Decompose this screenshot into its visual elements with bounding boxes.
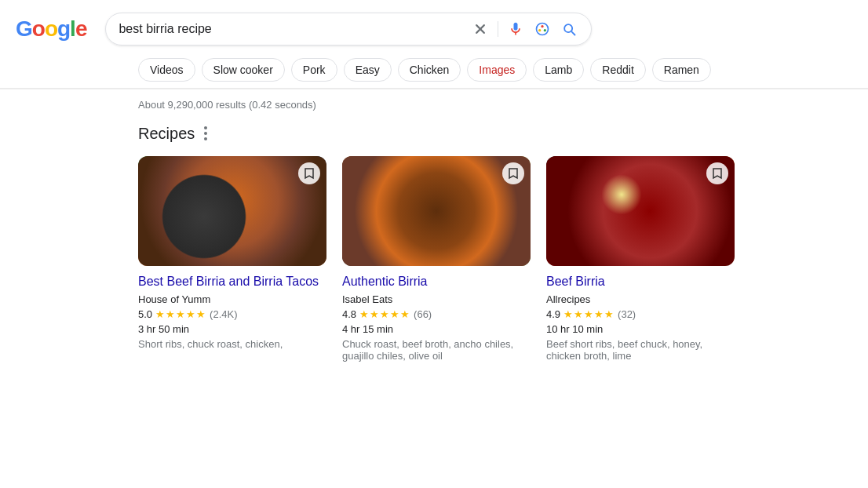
logo-letter-l: l (70, 16, 75, 42)
lens-icon[interactable] (533, 20, 552, 38)
recipes-header: Recipes (138, 123, 852, 144)
svg-point-1 (542, 25, 544, 27)
svg-point-3 (538, 29, 541, 31)
recipe-rating-3: 4.9 ★★★★★ (32) (546, 308, 735, 320)
more-dot-3 (204, 137, 207, 140)
search-icons (471, 20, 578, 38)
recipe-rating-1: 5.0 ★★★★★ (2.4K) (138, 308, 326, 320)
clear-icon[interactable] (471, 20, 490, 38)
rating-value-2: 4.8 (342, 308, 356, 320)
chip-ramen[interactable]: Ramen (652, 58, 711, 82)
recipe-ingredients-1: Short ribs, chuck roast, chicken, (138, 338, 326, 350)
recipe-ingredients-2: Chuck roast, beef broth, ancho chiles, g… (342, 338, 531, 362)
more-dot-1 (204, 126, 207, 129)
recipes-section: Recipes Best Beef Birria and Birria Taco… (0, 120, 868, 377)
rating-count-2: (66) (414, 308, 432, 320)
logo-letter-g: G (16, 16, 32, 42)
svg-point-2 (544, 29, 546, 31)
svg-point-0 (537, 24, 549, 35)
filter-chips: Videos Slow cooker Pork Easy Chicken Ima… (0, 52, 868, 89)
search-button[interactable] (560, 20, 578, 38)
header: Google best birria recipe (0, 0, 868, 52)
chip-lamb[interactable]: Lamb (533, 58, 584, 82)
logo-letter-o2: o (45, 16, 57, 42)
rating-count-3: (32) (618, 308, 636, 320)
chip-chicken[interactable]: Chicken (398, 58, 461, 82)
chip-slow-cooker[interactable]: Slow cooker (202, 58, 285, 82)
recipe-source-2: Isabel Eats (342, 293, 531, 305)
chip-pork[interactable]: Pork (291, 58, 337, 82)
rating-value-1: 5.0 (138, 308, 152, 320)
recipe-ingredients-3: Beef short ribs, beef chuck, honey, chic… (546, 338, 735, 362)
results-count: About 9,290,000 results (0.42 seconds) (138, 99, 316, 111)
stars-1: ★★★★★ (155, 308, 206, 320)
recipe-name-2[interactable]: Authentic Birria (342, 274, 531, 290)
google-logo: Google (16, 16, 86, 42)
chip-reddit[interactable]: Reddit (590, 58, 645, 82)
chip-easy[interactable]: Easy (344, 58, 392, 82)
recipe-time-3: 10 hr 10 min (546, 323, 735, 335)
bookmark-button-1[interactable] (298, 162, 320, 184)
recipe-card-2: Authentic Birria Isabel Eats 4.8 ★★★★★ (… (342, 156, 531, 362)
search-divider (498, 21, 498, 37)
recipe-name-1[interactable]: Best Beef Birria and Birria Tacos (138, 274, 326, 290)
results-info: About 9,290,000 results (0.42 seconds) (0, 89, 868, 120)
stars-3: ★★★★★ (563, 308, 615, 320)
recipe-source-3: Allrecipes (546, 293, 735, 305)
rating-value-3: 4.9 (546, 308, 560, 320)
chip-images[interactable]: Images (467, 58, 527, 82)
recipe-card-1: Best Beef Birria and Birria Tacos House … (138, 156, 326, 362)
more-options-icon[interactable] (201, 123, 210, 144)
recipe-time-1: 3 hr 50 min (138, 323, 326, 335)
voice-search-icon[interactable] (506, 20, 525, 38)
stars-2: ★★★★★ (359, 308, 410, 320)
recipes-title: Recipes (138, 125, 195, 143)
recipe-image-1 (138, 156, 326, 266)
logo-letter-o1: o (32, 16, 45, 42)
rating-count-1: (2.4K) (210, 308, 237, 320)
recipe-source-1: House of Yumm (138, 293, 326, 305)
recipe-rating-2: 4.8 ★★★★★ (66) (342, 308, 531, 320)
recipe-image-2 (342, 156, 531, 266)
recipe-cards: Best Beef Birria and Birria Tacos House … (138, 156, 852, 362)
recipe-time-2: 4 hr 15 min (342, 323, 531, 335)
bookmark-button-3[interactable] (706, 162, 728, 184)
chip-videos[interactable]: Videos (138, 58, 195, 82)
more-dot-2 (204, 132, 207, 135)
search-input[interactable]: best birria recipe (119, 22, 463, 36)
recipe-card-3: Beef Birria Allrecipes 4.9 ★★★★★ (32) 10… (546, 156, 735, 362)
bookmark-button-2[interactable] (502, 162, 524, 184)
search-bar: best birria recipe (105, 13, 592, 46)
logo-letter-g2: g (57, 16, 70, 42)
recipe-image-3 (546, 156, 735, 266)
recipe-name-3[interactable]: Beef Birria (546, 274, 735, 290)
logo-letter-e: e (75, 16, 87, 42)
